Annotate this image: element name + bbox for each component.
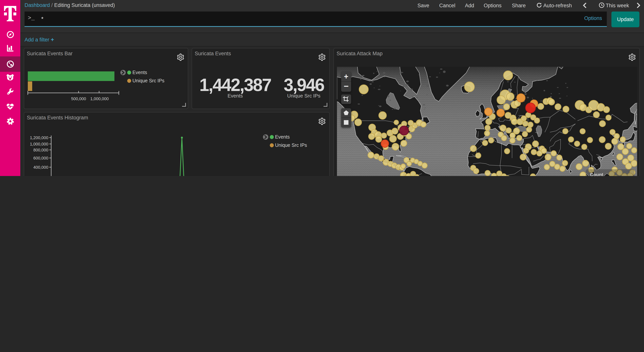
svg-text:1,000,000: 1,000,000 bbox=[30, 142, 48, 146]
svg-text:1,200,000: 1,200,000 bbox=[30, 135, 48, 140]
svg-text:Events: Events bbox=[132, 70, 147, 75]
svg-text:500,000: 500,000 bbox=[71, 96, 86, 101]
svg-text:Unique Src IPs: Unique Src IPs bbox=[275, 142, 307, 148]
svg-text:1,000,000: 1,000,000 bbox=[90, 96, 109, 101]
svg-text:Unique Src IPs: Unique Src IPs bbox=[132, 78, 164, 83]
svg-text:600,000: 600,000 bbox=[33, 156, 48, 160]
svg-text:Events: Events bbox=[275, 134, 290, 139]
svg-text:800,000: 800,000 bbox=[33, 148, 48, 152]
svg-text:400,000: 400,000 bbox=[33, 165, 48, 170]
